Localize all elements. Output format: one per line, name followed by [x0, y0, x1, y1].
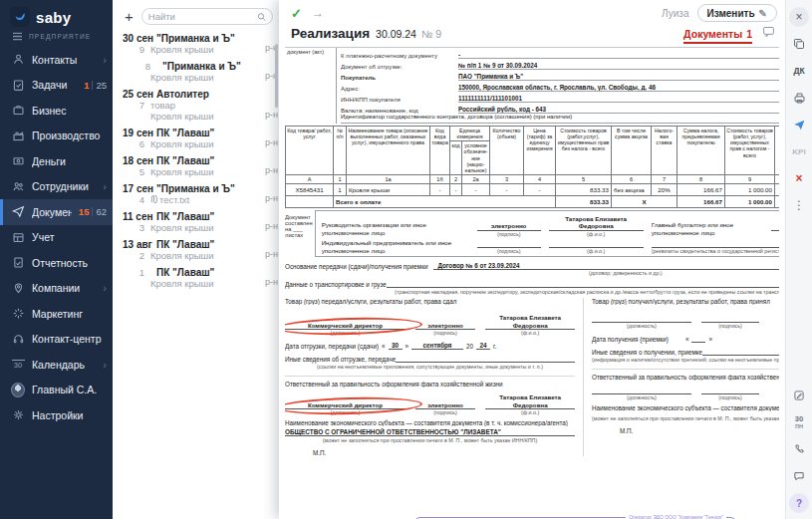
workspace-switcher[interactable]: ПРЕДПРИЯТИЕ	[0, 29, 113, 47]
sidebar-item-employees[interactable]: Сотрудники ›	[0, 174, 113, 200]
calendar-icon: 30	[11, 360, 25, 371]
dk-button[interactable]: ДК	[789, 61, 809, 81]
pencil-icon: ✎	[759, 8, 767, 19]
document-panel: ✓ → Луиза Изменить ✎ Реализация 30.09.24…	[279, 0, 785, 519]
chevron-right-icon: ›	[103, 282, 107, 294]
sidebar-item-tasks[interactable]: Задачи 125	[0, 73, 113, 99]
sidebar-item-accounting[interactable]: Учет	[0, 225, 113, 251]
dialog-icon[interactable]	[762, 25, 775, 38]
document-list: + 30 сен"Приманка и Ъ" 9Кровля крыши р-н…	[113, 0, 279, 519]
paper-plane-icon	[11, 205, 25, 218]
page-title: Реализация	[291, 26, 370, 41]
more-icon[interactable]: ⋮	[789, 195, 809, 215]
sparkle-icon	[11, 307, 25, 320]
document-date: 30.09.24	[376, 28, 416, 40]
sidebar-item-marketing[interactable]: Маркетинг	[0, 301, 113, 327]
attachment-icon	[150, 195, 157, 204]
totals-row: Всего к оплате 833.33 Х 166.67 1 000.00	[286, 195, 780, 207]
sidebar-item-money[interactable]: Деньги	[0, 148, 113, 174]
report-icon	[11, 256, 25, 269]
sidebar-item-calendar[interactable]: 30 Календарь ›	[0, 352, 113, 378]
list-item[interactable]: 17 сен"Приманка и Ъ" 4 тест.txt р-н	[113, 179, 279, 207]
list-item[interactable]: 11 сенПК "Лаваш" 3Кровля крыши р-н	[113, 207, 279, 235]
sidebar-item-documents[interactable]: Документы 1562	[0, 199, 113, 225]
calendar-widget-icon[interactable]: 30пн	[789, 412, 809, 432]
chevron-right-icon: ›	[103, 54, 107, 66]
briefcase-icon	[11, 104, 25, 117]
forward-arrow-icon[interactable]: →	[312, 6, 324, 20]
sidebar-item-contacts[interactable]: Контакты ›	[0, 47, 113, 73]
copy-icon[interactable]	[789, 34, 809, 54]
tab-count: 1	[746, 28, 752, 40]
search-box[interactable]	[141, 8, 273, 25]
chevron-right-icon: ›	[103, 180, 107, 192]
list-item[interactable]: 30 сен"Приманка и Ъ" 9Кровля крыши р-н	[113, 29, 279, 57]
pin-icon	[11, 282, 25, 295]
brand-name: saby	[36, 9, 71, 26]
sidebar-item-contact-center[interactable]: Контакт-центр	[0, 327, 113, 353]
documents-badges: 1562	[79, 206, 107, 217]
list-item[interactable]: 18 сенПК "Лаваш" 5Кровля крыши р-н	[113, 151, 279, 179]
tab-documents[interactable]: Документы 1	[683, 28, 752, 44]
list-scrollbar[interactable]	[275, 44, 278, 108]
add-button[interactable]: +	[125, 9, 134, 24]
note-icon[interactable]	[789, 386, 809, 405]
list-item[interactable]: 19 сенПК "Лаваш" 6Кровля крыши р-н	[113, 124, 279, 151]
factory-icon	[11, 130, 25, 142]
gear-icon	[11, 408, 25, 421]
sheets-note: Документ составлен на ___ листах	[285, 210, 315, 257]
send-icon[interactable]	[789, 115, 809, 134]
transport-caption: (транспортная накладная, поручение экспе…	[395, 289, 779, 295]
brand[interactable]: saby	[0, 0, 113, 29]
basis-caption: (договор; доверенность и др.)	[589, 270, 779, 276]
signer-name: Татарова Елизавета Федоровна	[549, 215, 644, 231]
upd-table: Код товара/ работ, услуг № п/п Наименова…	[285, 126, 779, 208]
close-icon[interactable]: ×	[789, 7, 809, 27]
basis-value: Договор № 6 от 23.09.2024	[433, 262, 523, 270]
approve-check-icon[interactable]: ✓	[291, 6, 302, 21]
tasks-icon	[11, 79, 25, 92]
signatures-box: Руководитель организации или иное уполно…	[315, 210, 779, 257]
people-icon	[11, 180, 25, 193]
edit-button[interactable]: Изменить ✎	[697, 4, 778, 22]
transport-label: Данные о транспортировке и грузе	[285, 281, 387, 288]
contacts-icon	[11, 53, 25, 66]
sidebar-item-business[interactable]: Бизнес	[0, 98, 113, 124]
help-icon[interactable]: ?	[789, 493, 809, 513]
chat-icon[interactable]	[789, 466, 809, 486]
list-item[interactable]: 25 сенАвтолитер 7товар Кровля крыши р-н	[113, 85, 279, 124]
chevron-right-icon: ›	[103, 359, 107, 371]
list-item[interactable]: 1ПК "Лаваш" Кровля крыши р-н	[113, 263, 279, 291]
responsible-user[interactable]: Луиза	[662, 8, 688, 19]
money-icon	[11, 154, 25, 167]
sidebar-item-companies[interactable]: Компании ›	[0, 276, 113, 302]
avatar	[11, 383, 25, 397]
seller-column: Товар (груз) передал/услуги, результаты …	[285, 298, 584, 456]
annotation-ellipse	[285, 316, 422, 337]
form-left-note: документ (акт)	[285, 48, 337, 124]
tasks-badges: 125	[84, 80, 107, 91]
search-input[interactable]	[148, 11, 257, 22]
sidebar-item-profile[interactable]: Главный С.А.	[0, 378, 113, 403]
annotation-ellipse	[285, 395, 422, 416]
delete-icon[interactable]: ×	[789, 168, 809, 188]
signature-method: электронно	[477, 222, 541, 230]
unit-group-header: Единица измерения	[450, 127, 490, 141]
printed-form: документ (акт) К платежно-расчетному док…	[285, 47, 779, 519]
print-icon[interactable]	[789, 88, 809, 108]
sidebar-item-settings[interactable]: Настройки	[0, 402, 113, 428]
list-item[interactable]: 13 авгПК "Лаваш" 2Кровля крыши р-н	[113, 235, 279, 263]
brand-subtitle: ПРЕДПРИЯТИЕ	[29, 33, 91, 40]
right-toolbar: × ДК KPI × ⋮ 30пн ?	[785, 0, 812, 519]
sidebar-item-reports[interactable]: Отчетность	[0, 250, 113, 276]
buyer-column: Товар (груз) получил/услуги, результаты …	[584, 298, 779, 456]
item-date: 30 сен	[113, 33, 156, 44]
list-item[interactable]: 8"Приманка и Ъ" Кровля крыши р-н	[113, 57, 279, 85]
kpi-button[interactable]: KPI	[789, 141, 809, 161]
total-label: Всего к оплате	[334, 195, 556, 207]
hamburger-icon	[12, 32, 23, 41]
phone-icon[interactable]	[789, 439, 809, 459]
saby-logo-icon	[10, 7, 30, 27]
seller-entity: ОБЩЕСТВО С ОГРАНИЧЕННОЙ ОТВЕТСТВЕННОСТЬЮ…	[285, 428, 575, 436]
sidebar-item-production[interactable]: Производство	[0, 124, 113, 149]
